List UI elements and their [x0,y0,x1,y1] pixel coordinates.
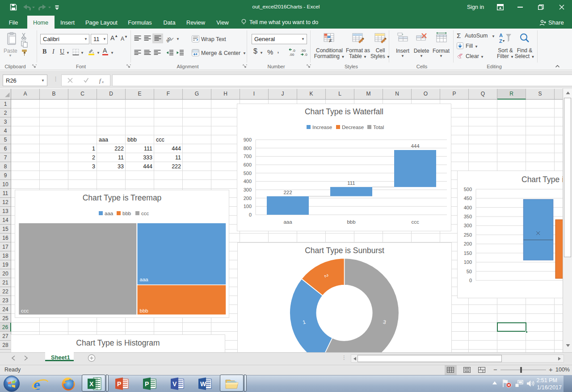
svg-text:bbb: bbb [140,308,148,313]
svg-text:500: 500 [464,187,472,192]
svg-text:.00: .00 [301,49,306,53]
svg-text:150: 150 [464,250,472,256]
svg-text:ccc: ccc [411,219,419,225]
svg-text:0: 0 [249,212,252,217]
svg-text:Z: Z [499,38,502,44]
svg-text:bbb: bbb [122,211,131,216]
svg-text:aaa: aaa [283,219,292,225]
svg-text:100: 100 [244,204,252,209]
svg-text:400: 400 [244,179,252,184]
svg-text:400: 400 [464,205,472,210]
svg-text:100: 100 [464,259,472,265]
svg-text:444: 444 [411,143,420,149]
svg-text:800: 800 [244,146,252,151]
svg-text:x: x [101,79,104,84]
svg-text:300: 300 [464,223,472,228]
svg-text:Chart Type is Waterfall: Chart Type is Waterfall [305,107,383,116]
svg-text:P: P [117,380,121,388]
svg-text:X: X [89,380,94,388]
svg-text:.0: .0 [304,53,307,57]
svg-text:111: 111 [347,180,355,186]
svg-text:50: 50 [467,269,472,274]
svg-text:Increase: Increase [312,125,332,130]
svg-text:Chart Type is Treemap: Chart Type is Treemap [83,193,162,202]
svg-text:200: 200 [464,241,472,246]
svg-text:V: V [172,380,177,388]
svg-text:Total: Total [373,125,384,130]
svg-text:350: 350 [464,214,472,219]
svg-text:700: 700 [244,154,252,159]
svg-text:W: W [200,380,206,388]
svg-text:500: 500 [244,171,252,176]
svg-text:bbb: bbb [347,219,355,225]
svg-text:aaa: aaa [140,277,149,282]
svg-text:A: A [499,33,503,38]
svg-text:222: 222 [283,190,292,195]
svg-text:450: 450 [464,196,472,201]
svg-text:200: 200 [244,196,252,201]
svg-text:aaa: aaa [105,211,114,216]
svg-text:250: 250 [464,232,472,238]
svg-text:600: 600 [244,162,252,167]
svg-text:Chart Type is Box & Whisker: Chart Type is Box & Whisker [522,175,563,184]
svg-text:e: e [34,376,40,392]
svg-text:.0: .0 [292,49,295,53]
svg-text:Decrease: Decrease [342,125,364,130]
svg-text:P: P [145,380,149,388]
svg-text:ccc: ccc [21,308,29,313]
svg-text:≠: ≠ [329,38,332,44]
svg-text:ccc: ccc [141,211,149,216]
svg-text:Chart Type is Sunburst: Chart Type is Sunburst [305,246,384,255]
svg-text:.00: .00 [289,53,294,57]
svg-text:300: 300 [244,187,252,192]
svg-text:900: 900 [244,137,252,142]
svg-text:0: 0 [469,278,472,283]
